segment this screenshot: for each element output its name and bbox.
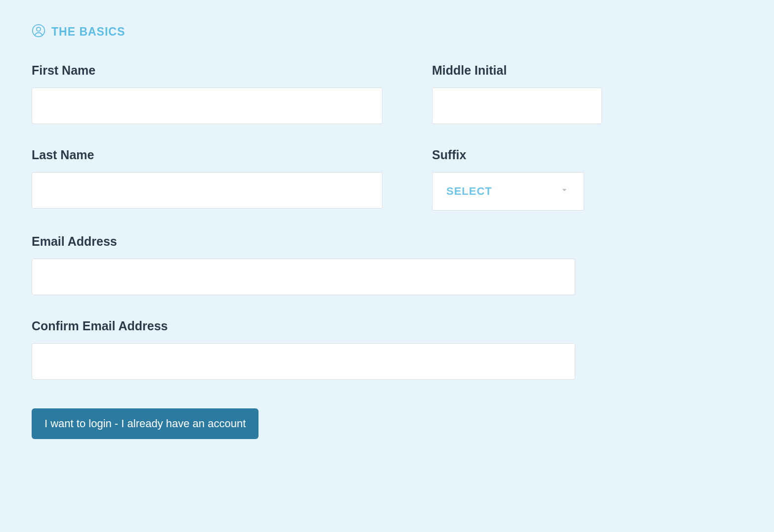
- suffix-select-value: SELECT: [446, 185, 492, 198]
- form-row-name2: Last Name Suffix SELECT: [32, 148, 742, 211]
- section-header: THE BASICS: [32, 24, 742, 40]
- confirm-email-input[interactable]: [32, 343, 575, 380]
- email-label: Email Address: [32, 234, 575, 249]
- confirm-email-label: Confirm Email Address: [32, 319, 575, 333]
- last-name-input[interactable]: [32, 172, 383, 209]
- suffix-label: Suffix: [432, 148, 584, 162]
- email-input[interactable]: [32, 259, 575, 295]
- section-title: THE BASICS: [51, 25, 125, 39]
- last-name-label: Last Name: [32, 148, 383, 162]
- first-name-label: First Name: [32, 63, 383, 78]
- suffix-group: Suffix SELECT: [432, 148, 584, 211]
- middle-initial-group: Middle Initial: [432, 63, 602, 124]
- form-row-name1: First Name Middle Initial: [32, 63, 742, 124]
- middle-initial-label: Middle Initial: [432, 63, 602, 78]
- last-name-group: Last Name: [32, 148, 383, 211]
- svg-point-1: [37, 27, 41, 31]
- middle-initial-input[interactable]: [432, 88, 602, 124]
- first-name-group: First Name: [32, 63, 383, 124]
- confirm-email-group: Confirm Email Address: [32, 319, 575, 380]
- email-group: Email Address: [32, 234, 575, 295]
- user-icon: [32, 24, 45, 40]
- suffix-select-wrap: SELECT: [432, 172, 584, 211]
- first-name-input[interactable]: [32, 88, 383, 124]
- svg-point-0: [33, 25, 45, 37]
- suffix-select[interactable]: SELECT: [432, 172, 584, 211]
- login-existing-button[interactable]: I want to login - I already have an acco…: [32, 408, 258, 439]
- chevron-down-icon: [559, 184, 570, 198]
